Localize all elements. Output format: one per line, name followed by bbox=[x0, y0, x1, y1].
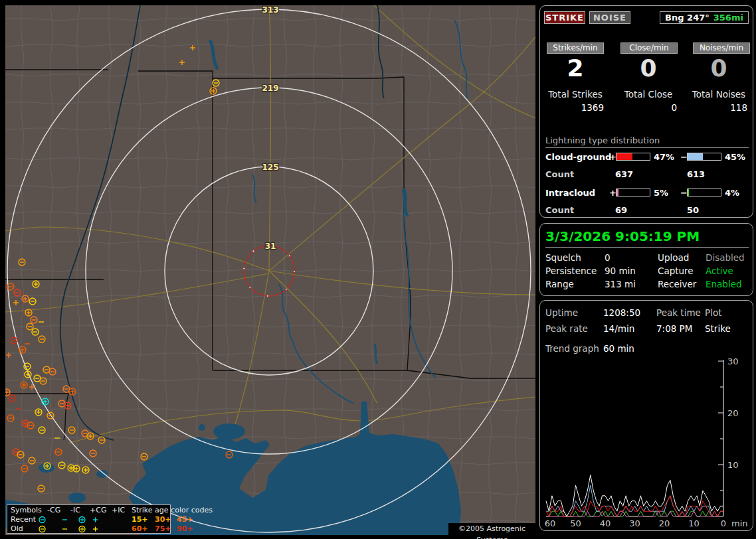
legend-col-icp: +IC bbox=[112, 506, 125, 515]
total-noises-label: Total Noises bbox=[685, 89, 753, 100]
legend-icm-symbol bbox=[60, 516, 69, 524]
strikes-per-min-value: 2 bbox=[541, 54, 609, 82]
lightning-map[interactable]: 31321912531 Symbols -CG -IC +CG +IC Stri… bbox=[5, 5, 535, 535]
range-label: Range bbox=[545, 279, 574, 289]
total-strikes-label: Total Strikes bbox=[541, 89, 609, 100]
ic-plus-bar bbox=[616, 189, 650, 196]
capture-value: Active bbox=[706, 266, 733, 276]
close-per-min-value: 0 bbox=[614, 54, 682, 82]
ic-plus-pct: 5% bbox=[654, 188, 668, 198]
noises-per-min-value: 0 bbox=[685, 54, 753, 82]
svg-text:min: min bbox=[731, 518, 748, 528]
persistence-label: Persistence bbox=[545, 266, 597, 276]
stats-row: Peak rate 14/min 7:08 PM Strike bbox=[540, 323, 754, 337]
cg-plus-pct: 47% bbox=[654, 152, 674, 162]
legend-col-icm: -IC bbox=[70, 506, 80, 515]
persistence-value: 90 min bbox=[605, 266, 636, 276]
svg-text:50: 50 bbox=[570, 518, 581, 528]
legend-icp-symbol bbox=[91, 525, 100, 533]
cg-minus-count: 613 bbox=[687, 169, 705, 179]
noises-column: Noises/min 0 Total Noises 118 bbox=[685, 42, 753, 122]
age-code-75+: 75+ bbox=[155, 524, 171, 534]
close-column: Close/min 0 Total Close 0 bbox=[614, 42, 682, 122]
cg-minus-bar bbox=[687, 153, 721, 161]
cloud-ground-row: Cloud-ground + 47% − 45% bbox=[540, 152, 754, 163]
age-code-45+: 45+ bbox=[177, 515, 193, 524]
ic-minus-count: 50 bbox=[687, 205, 699, 215]
legend-age-title: Strike age color codes bbox=[132, 506, 213, 515]
plot-label: Plot bbox=[705, 307, 721, 318]
bearing-distance: 356mi bbox=[713, 13, 743, 23]
status-row: Persistence 90 min Capture Active bbox=[540, 266, 754, 279]
legend-col-cgm: -CG bbox=[47, 506, 60, 515]
strike-button[interactable]: STRIKE bbox=[544, 11, 585, 24]
svg-text:219: 219 bbox=[262, 84, 278, 93]
cg-minus-pct: 45% bbox=[725, 152, 745, 162]
peak-rate-value: 14/min bbox=[603, 323, 634, 334]
uptime-value: 1208:50 bbox=[603, 307, 640, 318]
strike-trend-chart: 1020306050403020100min bbox=[543, 358, 751, 528]
svg-text:10: 10 bbox=[727, 460, 739, 470]
noises-per-min-badge[interactable]: Noises/min bbox=[693, 42, 750, 54]
total-noises-value: 118 bbox=[685, 102, 753, 113]
legend-cgm-symbol bbox=[38, 525, 47, 533]
svg-text:30: 30 bbox=[629, 518, 640, 528]
legend-cgp-symbol bbox=[78, 516, 86, 524]
bearing-label: Bng 247° bbox=[665, 13, 709, 23]
symbol-legend: Symbols -CG -IC +CG +IC Strike age color… bbox=[7, 504, 171, 534]
svg-text:20: 20 bbox=[727, 408, 739, 418]
legend-row-label: Old bbox=[11, 524, 23, 534]
bearing-badge: Bng 247°356mi bbox=[660, 11, 749, 24]
noise-button[interactable]: NOISE bbox=[589, 11, 630, 24]
total-close-value: 0 bbox=[614, 102, 682, 113]
status-row: Range 313 mi Receiver Enabled bbox=[540, 279, 754, 292]
age-code-15+: 15+ bbox=[132, 515, 148, 524]
age-code-90+: 90+ bbox=[177, 524, 193, 534]
upload-value: Disabled bbox=[706, 252, 745, 263]
svg-text:30: 30 bbox=[727, 358, 739, 366]
ic-minus-bar bbox=[687, 189, 721, 196]
trend-graph-label: Trend graph bbox=[545, 343, 599, 354]
status-panel: 3/3/2026 9:05:19 PM Squelch 0 Upload Dis… bbox=[539, 223, 753, 296]
stats-panel: Uptime 1208:50 Peak time Plot Peak rate … bbox=[539, 300, 753, 531]
counters-panel: STRIKE NOISE Bng 247°356mi Strikes/min 2… bbox=[539, 5, 753, 218]
peak-time-label: Peak time bbox=[656, 307, 701, 318]
cg-plus-count: 637 bbox=[615, 169, 633, 179]
cloud-ground-label: Cloud-ground bbox=[545, 152, 611, 162]
peak-rate-label: Peak rate bbox=[545, 323, 588, 334]
legend-icp-symbol bbox=[91, 516, 100, 524]
legend-col-cgp: +CG bbox=[90, 506, 106, 515]
ic-count-row: Count 69 50 bbox=[540, 205, 754, 216]
legend-symbols-header: Symbols bbox=[11, 506, 42, 515]
legend-cgm-symbol bbox=[38, 516, 47, 524]
close-per-min-badge[interactable]: Close/min bbox=[620, 42, 678, 54]
svg-text:10: 10 bbox=[688, 518, 700, 528]
squelch-value: 0 bbox=[605, 252, 611, 263]
svg-text:20: 20 bbox=[659, 518, 670, 528]
ic-minus-pct: 4% bbox=[725, 188, 739, 198]
svg-text:31: 31 bbox=[265, 242, 276, 251]
age-code-60+: 60+ bbox=[132, 524, 148, 534]
uptime-label: Uptime bbox=[545, 307, 578, 318]
svg-text:60: 60 bbox=[545, 518, 556, 528]
cg-count-row: Count 637 613 bbox=[540, 169, 754, 180]
intracloud-row: Intracloud + 5% − 4% bbox=[540, 188, 754, 198]
cg-plus-bar bbox=[616, 153, 650, 161]
range-value: 313 mi bbox=[605, 279, 636, 289]
stats-row: Uptime 1208:50 Peak time Plot bbox=[540, 307, 754, 321]
distribution-title: Lightning type distribution bbox=[545, 135, 749, 148]
map-canvas: 31321912531 bbox=[5, 5, 535, 535]
svg-text:125: 125 bbox=[262, 163, 278, 172]
strikes-per-min-badge[interactable]: Strikes/min bbox=[547, 42, 604, 54]
peak-time-value: 7:08 PM bbox=[656, 323, 692, 334]
total-close-label: Total Close bbox=[614, 89, 682, 100]
squelch-label: Squelch bbox=[545, 252, 581, 263]
legend-icm-symbol bbox=[60, 525, 69, 533]
copyright-label: ©2005 Astrogenic Systems bbox=[448, 523, 535, 535]
upload-label: Upload bbox=[658, 252, 689, 263]
total-strikes-value: 1369 bbox=[541, 102, 609, 113]
datetime-display: 3/3/2026 9:05:19 PM bbox=[545, 228, 749, 248]
trend-graph-row: Trend graph 60 min bbox=[540, 343, 754, 356]
receiver-label: Receiver bbox=[658, 279, 696, 289]
svg-text:313: 313 bbox=[262, 5, 278, 15]
